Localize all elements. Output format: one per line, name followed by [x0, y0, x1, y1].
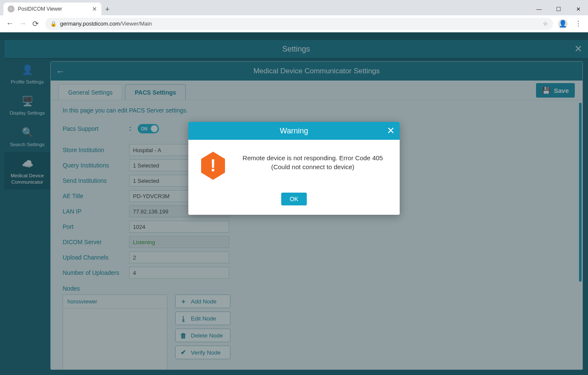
- forward-button[interactable]: →: [16, 17, 29, 30]
- browser-tab[interactable]: PostDICOM Viewer ✕: [3, 3, 101, 15]
- profile-avatar-icon[interactable]: 👤: [556, 17, 569, 30]
- tab-title: PostDICOM Viewer: [18, 6, 62, 12]
- close-window-button[interactable]: ✕: [568, 3, 588, 15]
- bookmark-star-icon[interactable]: ☆: [543, 20, 548, 27]
- url-host: germany.postdicom.com: [60, 20, 120, 27]
- maximize-button[interactable]: ☐: [549, 3, 568, 15]
- favicon-icon: [8, 6, 14, 12]
- browser-titlebar: PostDICOM Viewer ✕ + — ☐ ✕: [0, 0, 588, 15]
- window-controls: — ☐ ✕: [529, 3, 588, 15]
- warning-icon: !: [199, 151, 227, 181]
- browser-menu-icon[interactable]: ⋮: [572, 17, 585, 30]
- dialog-close-icon[interactable]: ✕: [387, 125, 395, 136]
- back-button[interactable]: ←: [3, 17, 16, 30]
- minimize-button[interactable]: —: [529, 3, 549, 15]
- url-path: /Viewer/Main: [120, 20, 152, 27]
- app-root: Settings ✕ 👤 Profile Settings 🖥️ Display…: [0, 32, 588, 375]
- dialog-title: Warning: [280, 127, 308, 136]
- new-tab-button[interactable]: +: [101, 3, 113, 15]
- dialog-ok-button[interactable]: OK: [281, 193, 307, 205]
- svg-text:!: !: [210, 156, 216, 175]
- url-field[interactable]: 🔒 germany.postdicom.com/Viewer/Main ☆: [45, 18, 553, 30]
- tab-close-icon[interactable]: ✕: [92, 6, 97, 12]
- dialog-header: Warning ✕: [188, 122, 400, 140]
- dialog-message: Remote device is not responding. Error C…: [237, 151, 389, 171]
- reload-button[interactable]: ⟳: [29, 17, 42, 30]
- address-bar: ← → ⟳ 🔒 germany.postdicom.com/Viewer/Mai…: [0, 15, 588, 32]
- lock-icon: 🔒: [50, 21, 57, 27]
- warning-dialog: Warning ✕ ! Remote device is not respond…: [188, 122, 400, 215]
